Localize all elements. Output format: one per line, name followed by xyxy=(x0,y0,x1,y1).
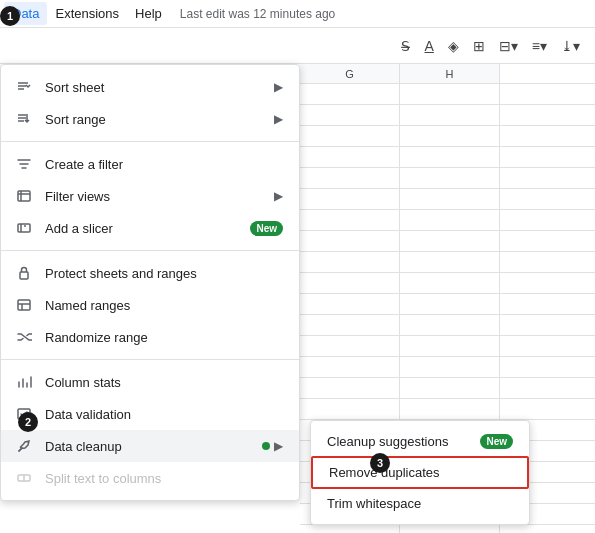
column-stats-icon xyxy=(13,373,35,391)
sheet-cell[interactable] xyxy=(300,294,400,315)
sheet-row xyxy=(300,189,595,210)
sheet-cell[interactable] xyxy=(400,189,500,210)
sheet-cell[interactable] xyxy=(300,210,400,231)
menu-bar: Data Extensions Help Last edit was 12 mi… xyxy=(0,0,595,28)
menu-item-extensions[interactable]: Extensions xyxy=(47,2,127,25)
trim-whitespace-label: Trim whitespace xyxy=(327,496,513,511)
column-stats-label: Column stats xyxy=(45,375,283,390)
randomize-range-icon xyxy=(13,328,35,346)
menu-item-filter-views[interactable]: Filter views ▶ xyxy=(1,180,299,212)
split-text-icon xyxy=(13,469,35,487)
data-cleanup-dot xyxy=(262,442,270,450)
sheet-cell[interactable] xyxy=(400,357,500,378)
menu-item-sort-sheet[interactable]: Sort sheet ▶ xyxy=(1,71,299,103)
sheet-cell[interactable] xyxy=(400,336,500,357)
sheet-row xyxy=(300,336,595,357)
divider-2 xyxy=(1,250,299,251)
submenu-item-cleanup-suggestions[interactable]: Cleanup suggestions New xyxy=(311,427,529,456)
menu-item-column-stats[interactable]: Column stats xyxy=(1,366,299,398)
menu-item-extensions-label: Extensions xyxy=(55,6,119,21)
svg-rect-7 xyxy=(18,224,30,232)
sheet-cell[interactable] xyxy=(400,126,500,147)
col-header-h: H xyxy=(400,64,500,83)
menu-item-data-cleanup[interactable]: Data cleanup ▶ xyxy=(1,430,299,462)
strikethrough-button[interactable]: S̶ xyxy=(395,34,416,58)
sheet-cell[interactable] xyxy=(400,525,500,533)
menu-item-sort-range[interactable]: Sort range ▶ xyxy=(1,103,299,135)
sheet-cell[interactable] xyxy=(400,231,500,252)
annotation-badge-1: 1 xyxy=(0,6,20,26)
sheet-cell[interactable] xyxy=(300,357,400,378)
sort-sheet-icon xyxy=(13,78,35,96)
menu-item-protect-sheets[interactable]: Protect sheets and ranges xyxy=(1,257,299,289)
underline-button[interactable]: A xyxy=(418,34,439,58)
sheet-cell[interactable] xyxy=(400,105,500,126)
add-slicer-icon xyxy=(13,219,35,237)
sort-range-arrow: ▶ xyxy=(274,112,283,126)
submenu-item-remove-duplicates[interactable]: Remove duplicates xyxy=(311,456,529,489)
menu-item-split-text: Split text to columns xyxy=(1,462,299,494)
sheet-row xyxy=(300,105,595,126)
sheet-cell[interactable] xyxy=(300,525,400,533)
sheet-cell[interactable] xyxy=(300,315,400,336)
menu-item-named-ranges[interactable]: Named ranges xyxy=(1,289,299,321)
create-filter-label: Create a filter xyxy=(45,157,283,172)
menu-item-add-slicer[interactable]: Add a slicer New xyxy=(1,212,299,244)
sheet-row xyxy=(300,168,595,189)
sort-sheet-arrow: ▶ xyxy=(274,80,283,94)
sheet-cell[interactable] xyxy=(400,273,500,294)
col-header-g: G xyxy=(300,64,400,83)
sheet-cell[interactable] xyxy=(300,273,400,294)
column-headers: G H xyxy=(300,64,595,84)
sheet-cell[interactable] xyxy=(400,84,500,105)
sheet-cell[interactable] xyxy=(300,189,400,210)
sheet-cell[interactable] xyxy=(400,315,500,336)
sheet-cell[interactable] xyxy=(400,210,500,231)
sheet-row xyxy=(300,231,595,252)
annotation-badge-3: 3 xyxy=(370,453,390,473)
svg-rect-10 xyxy=(20,272,28,279)
sheet-row xyxy=(300,126,595,147)
sheet-cell[interactable] xyxy=(300,399,400,420)
sheet-row xyxy=(300,315,595,336)
sheet-cell[interactable] xyxy=(400,168,500,189)
fill-color-button[interactable]: ◈ xyxy=(442,34,465,58)
sheet-row xyxy=(300,273,595,294)
sheet-cell[interactable] xyxy=(300,84,400,105)
data-validation-label: Data validation xyxy=(45,407,283,422)
menu-item-create-filter[interactable]: Create a filter xyxy=(1,148,299,180)
sheet-cell[interactable] xyxy=(300,147,400,168)
sheet-cell[interactable] xyxy=(400,294,500,315)
randomize-range-label: Randomize range xyxy=(45,330,283,345)
menu-item-help[interactable]: Help xyxy=(127,2,170,25)
sheet-cell[interactable] xyxy=(300,168,400,189)
sort-range-icon xyxy=(13,110,35,128)
data-cleanup-label: Data cleanup xyxy=(45,439,262,454)
menu-item-data-validation[interactable]: Data validation xyxy=(1,398,299,430)
sheet-row xyxy=(300,294,595,315)
sheet-cell[interactable] xyxy=(300,105,400,126)
sheet-cell[interactable] xyxy=(400,252,500,273)
sheet-cell[interactable] xyxy=(300,231,400,252)
toolbar: S̶ A ◈ ⊞ ⊟▾ ≡▾ ⤓▾ xyxy=(0,28,595,64)
merge-cells-button[interactable]: ⊟▾ xyxy=(493,34,524,58)
menu-item-randomize-range[interactable]: Randomize range xyxy=(1,321,299,353)
menu-item-help-label: Help xyxy=(135,6,162,21)
last-edit-text: Last edit was 12 minutes ago xyxy=(180,7,335,21)
align-horizontal-button[interactable]: ≡▾ xyxy=(526,34,553,58)
sheet-cell[interactable] xyxy=(300,252,400,273)
submenu-item-trim-whitespace[interactable]: Trim whitespace xyxy=(311,489,529,518)
sheet-cell[interactable] xyxy=(300,126,400,147)
add-slicer-badge: New xyxy=(250,221,283,236)
sort-range-label: Sort range xyxy=(45,112,274,127)
divider-3 xyxy=(1,359,299,360)
sheet-cell[interactable] xyxy=(400,399,500,420)
align-vertical-button[interactable]: ⤓▾ xyxy=(555,34,586,58)
sheet-cell[interactable] xyxy=(400,147,500,168)
sheet-cell[interactable] xyxy=(300,336,400,357)
data-cleanup-submenu: Cleanup suggestions New Remove duplicate… xyxy=(310,420,530,525)
sheet-cell[interactable] xyxy=(400,378,500,399)
sheet-cell[interactable] xyxy=(300,378,400,399)
borders-button[interactable]: ⊞ xyxy=(467,34,491,58)
svg-rect-6 xyxy=(18,191,30,201)
